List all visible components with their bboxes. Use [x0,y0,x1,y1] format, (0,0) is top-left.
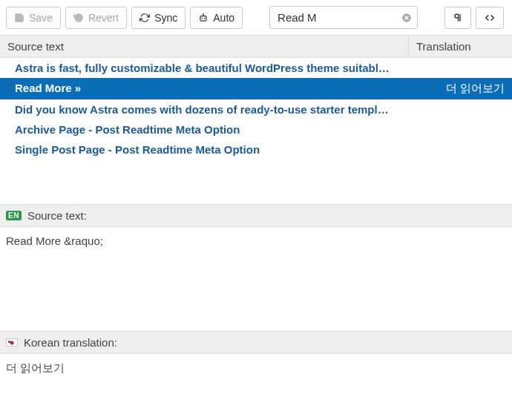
table-row[interactable]: Single Post Page - Post Readtime Meta Op… [0,140,512,160]
source-editor-body[interactable]: Read More &raquo; [0,227,512,331]
auto-button[interactable]: Auto [190,7,243,29]
save-button-label: Save [29,12,53,24]
source-lang-badge: EN [6,211,22,220]
svg-point-2 [204,17,206,19]
translation-editor-title: Korean translation: [24,336,117,349]
sync-icon [140,13,150,23]
column-header-translation[interactable]: Translation [408,36,512,57]
table-body: Astra is fast, fully customizable & beau… [0,58,512,160]
translation-editor-section: Korean translation: 더 읽어보기 [0,331,512,383]
auto-button-label: Auto [213,12,234,24]
svg-point-1 [202,17,203,19]
code-icon [484,13,496,23]
code-view-button[interactable] [476,7,504,29]
revert-button-label: Revert [88,12,119,24]
save-icon [14,13,24,23]
row-translation-text: 더 읽어보기 [408,82,512,96]
translation-editor-header: Korean translation: [0,331,512,354]
row-translation-text [408,143,512,156]
row-source-text: Astra is fast, fully customizable & beau… [0,62,408,74]
svg-point-4 [203,13,204,14]
pilcrow-icon [453,12,463,24]
svg-rect-0 [200,16,206,20]
clear-search-icon[interactable] [400,11,413,24]
save-button[interactable]: Save [6,7,61,29]
table-header: Source text Translation [0,35,512,58]
robot-icon [198,13,209,23]
row-translation-text [408,103,512,116]
korean-flag-icon [6,338,18,347]
row-source-text: Single Post Page - Post Readtime Meta Op… [0,143,408,156]
row-translation-text [408,62,512,74]
sync-button[interactable]: Sync [131,7,186,29]
row-source-text: Did you know Astra comes with dozens of … [0,103,408,116]
row-translation-text [408,123,512,136]
table-row[interactable]: Did you know Astra comes with dozens of … [0,99,512,119]
pilcrow-button[interactable] [444,7,471,29]
source-editor-title: Source text: [27,209,87,222]
translation-editor-body[interactable]: 더 읽어보기 [0,354,512,383]
spacer [0,160,512,204]
column-header-source[interactable]: Source text [0,36,408,57]
search-wrap [269,6,418,29]
revert-button[interactable]: Revert [65,7,127,29]
source-editor-header: EN Source text: [0,204,512,227]
row-source-text: Read More » [0,82,408,96]
table-row[interactable]: Read More »더 읽어보기 [0,78,512,99]
toolbar: Save Revert Sync Auto [0,0,512,35]
source-editor-section: EN Source text: Read More &raquo; [0,204,512,331]
table-row[interactable]: Astra is fast, fully customizable & beau… [0,58,512,78]
search-input[interactable] [269,6,418,29]
revert-icon [73,13,84,23]
table-row[interactable]: Archive Page - Post Readtime Meta Option [0,119,512,140]
row-source-text: Archive Page - Post Readtime Meta Option [0,123,408,136]
sync-button-label: Sync [154,12,177,24]
right-tools [444,7,504,29]
